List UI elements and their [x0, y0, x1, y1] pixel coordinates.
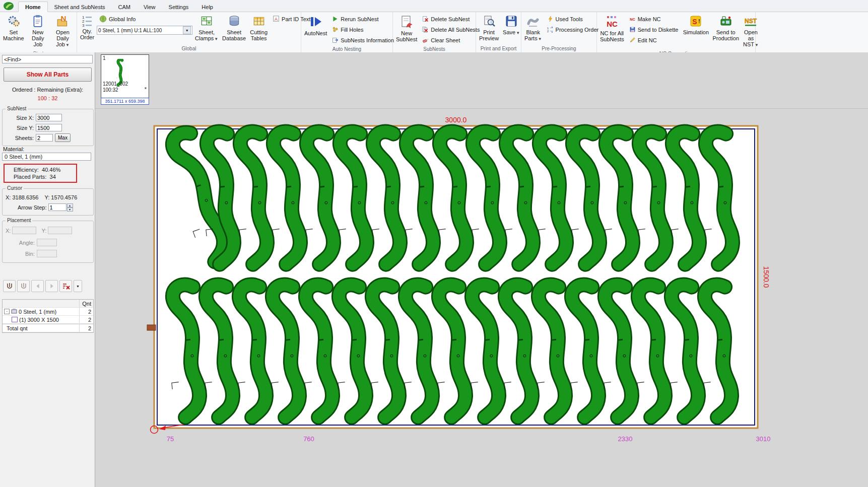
processing-order-button[interactable]: 12 Processing Order [545, 25, 602, 35]
workspace: 1 12001_002 100:32 * 351.1711 x 659.398 [95, 52, 868, 487]
chevron-down-icon[interactable]: ▼ [183, 26, 191, 34]
global-info-button[interactable]: Global Info [97, 14, 192, 24]
cutting-tables-button[interactable]: Cutting Tables [248, 13, 269, 43]
tree-row-material[interactable]: - 0 Steel, 1 (mm) 2 [3, 308, 93, 316]
ruler-value: 2330 [618, 435, 633, 443]
show-all-parts-button[interactable]: Show All Parts [4, 67, 92, 82]
delete-all-subnests-label: Delete All SubNests [431, 27, 480, 33]
svg-text:NC: NC [631, 30, 634, 32]
part-toolbar: ▼ [3, 280, 82, 292]
make-nc-icon: NC [629, 16, 636, 23]
tab-settings[interactable]: Settings [162, 2, 195, 12]
qty-order-icon: 123 [81, 15, 93, 28]
simulation-button[interactable]: S! Simulation [682, 13, 710, 37]
save-icon [505, 15, 518, 29]
max-sheets-button[interactable]: Max [55, 133, 71, 142]
send-to-diskette-icon: NC [629, 26, 636, 34]
sheet-clamps-icon [200, 15, 213, 29]
tab-sheet-and-subnests[interactable]: Sheet and SubNests [48, 2, 112, 12]
placement-angle-input[interactable] [37, 239, 57, 246]
placement-group: Placement X: Y: Angle: Bin: [2, 221, 94, 263]
send-to-diskette-button[interactable]: NC Send to Diskette [627, 25, 681, 35]
open-daily-job-label: Open Daily Job▼ [52, 29, 74, 48]
clamp-marker[interactable] [147, 325, 156, 330]
nesting-canvas[interactable]: 3000.0 1500.0 75 760 2330 3010 [95, 52, 868, 487]
blank-parts-label: Blank Parts▼ [524, 29, 542, 42]
sheet-width-dimension: 3000.0 [445, 116, 467, 124]
left-panel: Show All Parts Ordered : Remaining (Extr… [0, 52, 95, 487]
rerun-subnest-button[interactable]: Rerun SubNest [329, 14, 396, 24]
placement-x-input[interactable] [12, 227, 36, 234]
fill-holes-icon [332, 26, 339, 34]
send-to-production-label: Send to Production [712, 29, 739, 41]
delete-subnest-label: Delete SubNest [431, 16, 470, 22]
tree-row-qnt: 2 [79, 316, 93, 323]
set-machine-button[interactable]: Set Machine [2, 13, 26, 43]
tab-home[interactable]: Home [18, 2, 48, 12]
sheet-clamps-label: Sheet, Clamps▼ [195, 29, 218, 42]
nc-for-all-subnests-button[interactable]: NC NC for All SubNests [598, 13, 626, 44]
find-input[interactable] [2, 55, 93, 63]
arrow-step-spinner[interactable]: ▲▼ [67, 203, 73, 212]
size-x-input[interactable] [36, 114, 62, 121]
arrow-step-label: Arrow Step: [18, 204, 46, 211]
pick-part-icon[interactable] [17, 280, 30, 292]
placed-parts-value: 34 [50, 174, 56, 180]
used-tools-label: Used Tools [556, 16, 583, 22]
make-nc-button[interactable]: NC Make NC [627, 14, 681, 24]
sheet-clamps-button[interactable]: Sheet, Clamps▼ [193, 13, 220, 44]
simulation-label: Simulation [683, 29, 709, 35]
fill-holes-button[interactable]: Fill Holes [329, 25, 396, 35]
autonest-button[interactable]: AutoNest [303, 13, 328, 38]
size-y-input[interactable] [36, 124, 62, 131]
send-to-production-button[interactable]: Send to Production [711, 13, 741, 43]
save-button[interactable]: Save▼ [501, 13, 521, 38]
prev-part-icon[interactable] [31, 280, 44, 292]
open-daily-job-button[interactable]: N Open Daily Job▼ [50, 13, 75, 50]
chevron-down-icon: ▼ [516, 31, 520, 35]
arrow-step-input[interactable] [48, 203, 66, 211]
app-logo-icon[interactable] [2, 1, 15, 11]
cursor-group-title: Cursor [6, 185, 24, 191]
tab-view[interactable]: View [137, 2, 162, 12]
subnest-group: SubNest Size X: Size Y: Sheets: Max [2, 109, 94, 146]
material-combo[interactable]: 0 Steel, 1 (mm) U:1 ALL:100 ▼ [97, 26, 192, 35]
spinner-up-icon[interactable]: ▲ [67, 203, 73, 207]
sheet-database-button[interactable]: Sheet Database [221, 13, 247, 43]
collapse-icon[interactable]: - [4, 309, 10, 314]
remove-parts-icon[interactable] [59, 280, 72, 292]
placement-bin-input[interactable] [37, 250, 57, 257]
ribbon-group-start: Set Machine New Daily Job N Open Daily J… [0, 12, 77, 52]
clear-sheet-button[interactable]: Clear Sheet [420, 35, 482, 45]
sheets-label: Sheets: [5, 135, 36, 141]
ribbon-group-pre-processing: Blank Parts▼ Used Tools 12 Processing Or… [521, 12, 597, 52]
used-tools-button[interactable]: Used Tools [545, 14, 602, 24]
qty-order-button[interactable]: 123 Qty. Order [79, 13, 96, 42]
subnests-information-button[interactable]: SubNests Information [329, 35, 396, 45]
tree-header-row: Qnt [3, 300, 93, 308]
placement-angle-label: Angle: [6, 240, 37, 246]
delete-all-subnests-button[interactable]: Delete All SubNests [420, 25, 482, 35]
blank-parts-button[interactable]: Blank Parts▼ [523, 13, 544, 44]
tab-help[interactable]: Help [195, 2, 220, 12]
new-daily-job-button[interactable]: New Daily Job [27, 13, 50, 49]
ribbon-tab-bar: Home Sheet and SubNests CAM View Setting… [0, 0, 868, 12]
send-to-diskette-label: Send to Diskette [638, 27, 679, 33]
print-preview-button[interactable]: Print Preview [478, 13, 500, 43]
placement-y-input[interactable] [48, 227, 72, 234]
rerun-subnest-icon [332, 16, 339, 23]
delete-subnest-button[interactable]: Delete SubNest [420, 14, 482, 24]
edit-nc-button[interactable]: Edit NC [627, 35, 681, 45]
place-part-icon[interactable] [3, 280, 16, 292]
sheets-input[interactable] [36, 134, 53, 142]
part-toolbar-dropdown-icon[interactable]: ▼ [74, 280, 82, 292]
new-subnest-button[interactable]: New SubNest [394, 13, 419, 44]
tree-row-sheet[interactable]: (1) 3000 X 1500 2 [3, 316, 93, 324]
clear-sheet-label: Clear Sheet [431, 37, 460, 43]
spinner-down-icon[interactable]: ▼ [67, 207, 73, 212]
ribbon-group-subnests: New SubNest Delete SubNest Delete All Su… [393, 12, 476, 52]
tab-cam[interactable]: CAM [111, 2, 137, 12]
subnests-information-label: SubNests Information [341, 37, 394, 43]
material-value-box[interactable]: 0 Steel, 1 (mm) [2, 153, 91, 161]
next-part-icon[interactable] [45, 280, 58, 292]
